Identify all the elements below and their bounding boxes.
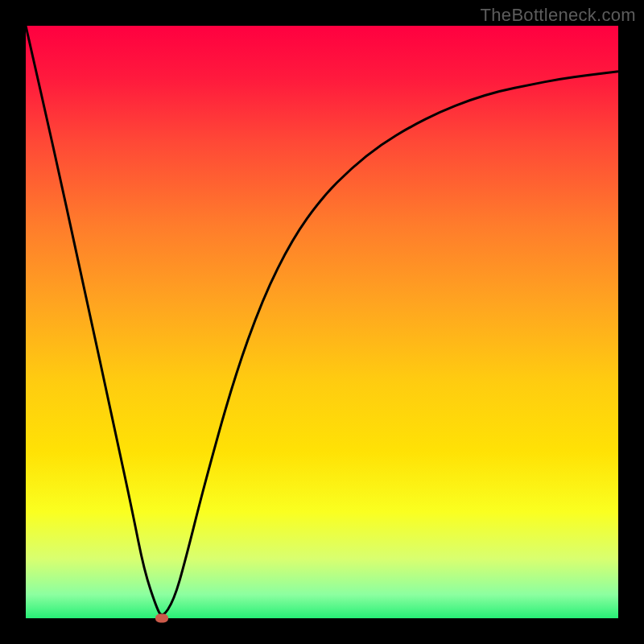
- stage: TheBottleneck.com: [0, 0, 644, 644]
- chart-curve-svg: [26, 26, 618, 618]
- chart-curve-path: [26, 26, 618, 615]
- chart-plot-area: [26, 26, 618, 618]
- chart-marker: [155, 614, 168, 623]
- watermark-text: TheBottleneck.com: [481, 5, 636, 26]
